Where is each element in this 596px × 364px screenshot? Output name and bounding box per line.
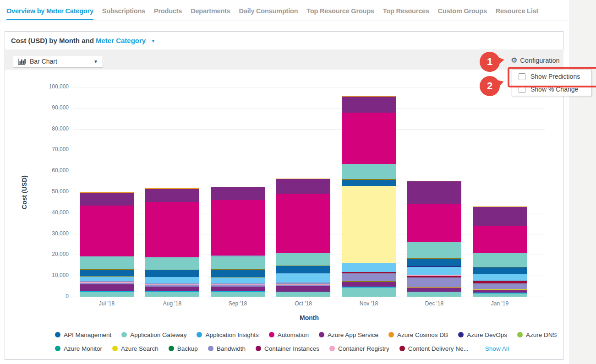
meter-category-dropdown[interactable]: Meter Category [96, 37, 146, 44]
bar-segment[interactable] [145, 270, 199, 277]
x-tick-label: Nov '18 [342, 300, 396, 307]
legend-item[interactable]: Azure DevOps [458, 331, 507, 338]
bar-segment[interactable] [276, 273, 330, 283]
bar-segment[interactable] [211, 287, 265, 291]
bar-segment[interactable] [276, 179, 330, 194]
tab-resource-list[interactable]: Resource List [496, 7, 538, 20]
gridline [73, 108, 545, 109]
legend-label: Application Gateway [130, 331, 186, 338]
bar-segment[interactable] [342, 180, 396, 186]
bar-segment[interactable] [145, 257, 199, 270]
bar-segment[interactable] [407, 277, 461, 287]
bar-segment[interactable] [342, 97, 396, 113]
bar-segment[interactable] [145, 189, 199, 202]
legend-item[interactable]: Azure Monitor [55, 345, 102, 352]
bar-segment[interactable] [473, 274, 527, 281]
bar-segment[interactable] [211, 256, 265, 269]
tab-separator [0, 21, 569, 21]
bar-segment[interactable] [342, 282, 396, 287]
bar-segment[interactable] [407, 292, 461, 297]
bar-segment[interactable] [407, 267, 461, 275]
legend-item[interactable]: Application Insights [197, 331, 258, 338]
bar-segment[interactable] [276, 266, 330, 273]
legend-item[interactable]: Application Gateway [121, 331, 186, 338]
bar-segment[interactable] [342, 263, 396, 272]
configuration-button[interactable]: ⚙ Configuration [511, 57, 560, 64]
legend-label: Automation [278, 331, 309, 338]
bar-segment[interactable] [473, 226, 527, 253]
bar-segment[interactable] [407, 181, 461, 204]
tab-subscriptions[interactable]: Subscriptions [102, 7, 145, 20]
bar-segment[interactable] [211, 270, 265, 277]
legend-item[interactable]: Azure DNS [517, 331, 557, 338]
bar-segment[interactable] [473, 267, 527, 274]
x-tick-label: Jan '19 [473, 300, 527, 307]
chevron-down-icon[interactable]: ▼ [151, 38, 155, 43]
y-tick-label: 60,000 [32, 167, 69, 174]
tab-top-resources[interactable]: Top Resources [383, 7, 429, 20]
bar-segment[interactable] [342, 273, 396, 281]
bar-segment[interactable] [211, 187, 265, 200]
bar-segment[interactable] [211, 200, 265, 255]
bar-segment[interactable] [276, 292, 330, 297]
checkbox[interactable] [519, 86, 525, 93]
tab-daily-consumption[interactable]: Daily Consumption [239, 7, 298, 20]
checkbox[interactable] [519, 73, 525, 80]
bar-segment[interactable] [342, 113, 396, 164]
legend-item[interactable]: Bandwidth [208, 345, 246, 352]
bar-segment[interactable] [145, 277, 199, 283]
show-all-link[interactable]: Show All [485, 345, 509, 352]
bar-segment[interactable] [407, 288, 461, 291]
bar-segment[interactable] [473, 253, 527, 266]
config-option-show-change[interactable]: Show % Change [512, 83, 591, 96]
bar-segment[interactable] [80, 256, 134, 269]
bar-segment[interactable] [276, 253, 330, 266]
bar-segment[interactable] [80, 284, 134, 291]
bar-segment[interactable] [342, 164, 396, 179]
legend-swatch [121, 332, 127, 337]
legend-swatch [112, 346, 118, 351]
bar-segment[interactable] [80, 277, 134, 282]
tab-custom-groups[interactable]: Custom Groups [438, 7, 487, 20]
legend-item[interactable]: Azure Search [112, 345, 159, 352]
bar-segment[interactable] [145, 287, 199, 291]
bar-segment[interactable] [211, 277, 265, 283]
legend-item[interactable]: Content Delivery Ne... [399, 345, 469, 352]
bar-segment[interactable] [473, 283, 527, 289]
legend-item[interactable]: API Management [55, 331, 111, 338]
chart-type-value: Bar Chart [30, 58, 57, 65]
bar-segment[interactable] [473, 293, 527, 297]
bar-segment[interactable] [473, 207, 527, 226]
legend-item[interactable]: Azure App Service [319, 331, 378, 338]
legend-item[interactable]: Backup [169, 345, 198, 352]
tab-products[interactable]: Products [154, 7, 182, 20]
bar-segment[interactable] [80, 206, 134, 256]
legend-item[interactable]: Container Registry [329, 345, 389, 352]
bar-segment[interactable] [145, 202, 199, 257]
config-option-show-predictions[interactable]: Show Predictions [512, 70, 591, 83]
legend-item[interactable]: Container Instances [256, 345, 319, 352]
tab-overview-by-meter-category[interactable]: Overview by Meter Category [6, 7, 93, 20]
bar-segment[interactable] [80, 193, 134, 205]
y-tick-label: 90,000 [32, 104, 69, 111]
stacked-bar-plot [73, 87, 545, 297]
legend-row: Azure MonitorAzure SearchBackupBandwidth… [55, 342, 541, 355]
bar-segment[interactable] [407, 204, 461, 242]
gridline [73, 129, 545, 130]
bar-segment[interactable] [80, 292, 134, 297]
tab-departments[interactable]: Departments [191, 7, 230, 20]
bar-segment[interactable] [211, 292, 265, 297]
bar-segment[interactable] [342, 288, 396, 297]
bar-segment[interactable] [342, 186, 396, 263]
bar-segment[interactable] [145, 292, 199, 297]
bar-segment[interactable] [80, 270, 134, 276]
bar-segment[interactable] [276, 286, 330, 292]
chart-type-select[interactable]: Bar Chart ▼ [13, 55, 103, 68]
legend-item[interactable]: Azure Cosmos DB [388, 331, 448, 338]
bar-segment[interactable] [407, 242, 461, 259]
legend-item[interactable]: Automation [269, 331, 309, 338]
bar-segment[interactable] [407, 259, 461, 266]
tab-top-resource-groups[interactable]: Top Resource Groups [306, 7, 374, 20]
gridline [73, 297, 545, 297]
bar-segment[interactable] [276, 194, 330, 253]
